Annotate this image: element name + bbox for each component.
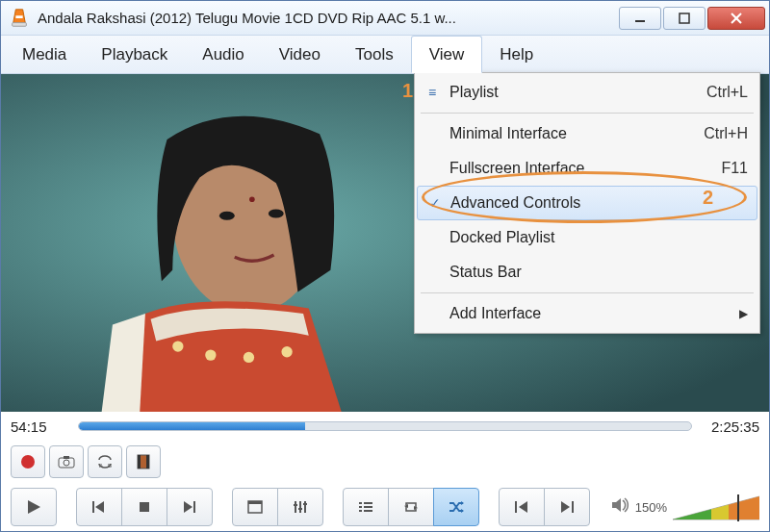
menu-audio[interactable]: Audio [185,36,261,73]
svg-marker-47 [461,501,464,505]
fullscreen-button[interactable] [232,488,278,526]
play-icon [25,498,42,516]
main-controls-row: 150% [1,483,769,531]
svg-rect-34 [299,501,301,513]
repeat-icon [403,500,419,514]
svg-point-15 [244,352,254,363]
frame-step-button[interactable] [126,445,161,478]
close-button[interactable] [707,7,765,30]
skip-back-button[interactable] [499,488,545,526]
svg-rect-44 [364,510,372,512]
menu-item-playlist[interactable]: ≡ Playlist Ctrl+L [415,75,759,110]
svg-rect-52 [572,501,574,513]
menu-item-label: Advanced Controls [450,194,580,212]
svg-rect-35 [304,501,306,513]
annotation-1: 1 [402,80,413,102]
svg-rect-1 [13,22,27,26]
time-elapsed[interactable]: 54:15 [11,418,68,435]
record-icon [21,455,35,469]
svg-rect-26 [92,501,94,513]
svg-marker-53 [612,498,621,512]
app-icon [9,8,30,29]
menubar: Media Playback Audio Video Tools View He… [1,36,769,74]
menu-video[interactable]: Video [262,36,338,73]
svg-rect-56 [673,493,711,521]
svg-rect-3 [635,20,645,22]
svg-rect-2 [15,15,22,18]
svg-rect-37 [298,508,302,510]
svg-rect-32 [248,501,262,504]
menu-item-docked-playlist[interactable]: Docked Playlist [415,220,759,255]
svg-marker-29 [184,501,192,513]
menu-item-fullscreen[interactable]: Fullscreen Interface F11 [415,151,759,186]
menu-item-label: Minimal Interface [449,125,567,142]
svg-point-11 [269,209,284,217]
seekbar-row: 54:15 2:25:35 [1,412,769,441]
menu-item-add-interface[interactable]: Add Interface ▶ [415,296,759,331]
svg-point-12 [249,196,255,202]
titlebar[interactable]: Andala Rakshasi (2012) Telugu Movie 1CD … [1,1,769,36]
svg-rect-28 [140,502,149,512]
seek-slider[interactable] [78,421,692,431]
volume-label: 150% [635,500,667,515]
view-group [232,488,323,526]
ext-settings-button[interactable] [277,488,323,526]
svg-rect-36 [294,504,297,506]
playlist-group [343,488,479,526]
advanced-controls-row: AB [1,441,769,483]
svg-marker-51 [561,501,570,513]
svg-rect-33 [295,501,296,513]
nav-group [76,488,213,526]
shuffle-button[interactable] [433,488,479,526]
svg-point-18 [64,460,69,466]
menu-item-label: Playlist [449,84,499,101]
menu-tools[interactable]: Tools [338,36,411,73]
menu-item-label: Docked Playlist [449,229,554,246]
svg-rect-23 [138,455,141,469]
menu-item-status-bar[interactable]: Status Bar [415,255,759,290]
snapshot-button[interactable] [49,445,84,478]
menu-item-minimal[interactable]: Minimal Interface Ctrl+H [415,116,759,151]
volume-control: 150% [610,493,759,521]
window-buttons [617,7,765,30]
menu-shortcut: F11 [721,160,748,177]
menu-shortcut: Ctrl+L [706,84,748,101]
maximize-button[interactable] [663,7,706,30]
svg-rect-42 [364,506,372,508]
prev-button[interactable] [76,488,122,526]
next-button[interactable] [167,488,213,526]
playlist-button[interactable] [343,488,389,526]
svg-text:A: A [99,463,103,469]
filmstrip-icon [136,454,151,469]
svg-point-16 [281,346,292,357]
svg-marker-48 [461,509,464,513]
svg-rect-57 [711,493,729,521]
record-button[interactable] [11,445,45,478]
svg-rect-43 [359,510,362,512]
play-button[interactable] [11,488,57,526]
svg-marker-27 [95,501,104,513]
skip-back-icon [514,500,529,514]
stop-button[interactable] [121,488,167,526]
skip-fwd-icon [559,500,575,514]
check-icon: ✓ [425,195,445,211]
svg-rect-19 [64,456,69,459]
menu-view[interactable]: View [411,36,483,73]
svg-rect-40 [364,502,372,504]
menu-item-label: Add Interface [449,305,541,322]
minimize-button[interactable] [619,7,661,30]
menu-media[interactable]: Media [5,36,84,73]
loop-ab-button[interactable]: AB [88,445,122,478]
time-total[interactable]: 2:25:35 [702,418,759,435]
list-icon: ≡ [423,85,442,100]
svg-marker-50 [519,501,527,513]
prev-icon [91,500,107,514]
volume-slider[interactable] [673,493,759,521]
skip-fwd-button[interactable] [544,488,590,526]
menu-help[interactable]: Help [482,36,551,73]
speaker-icon[interactable] [610,496,629,518]
repeat-button[interactable] [388,488,434,526]
menu-playback[interactable]: Playback [84,36,185,73]
svg-rect-41 [359,506,362,508]
menu-separator [421,113,754,114]
